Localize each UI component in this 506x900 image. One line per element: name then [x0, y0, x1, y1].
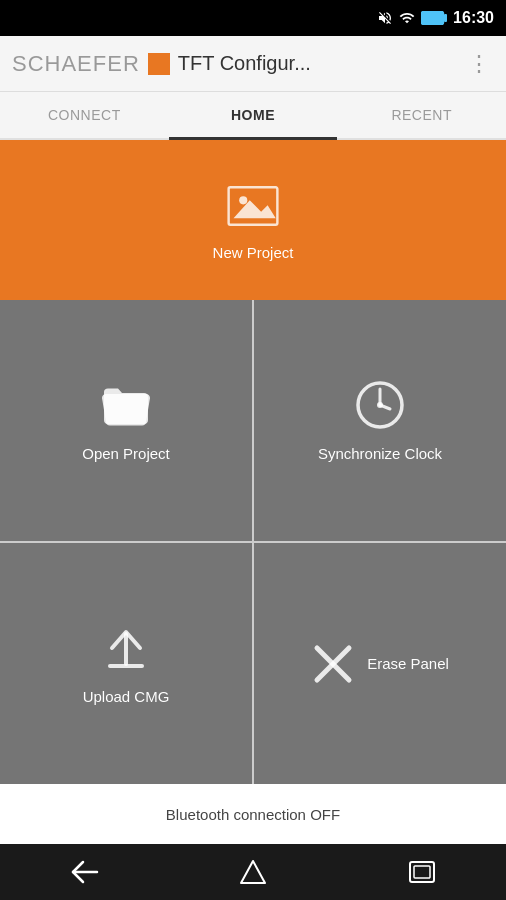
main-content: New Project Open Project	[0, 140, 506, 844]
svg-rect-16	[414, 866, 430, 878]
erase-panel-button[interactable]: Erase Panel	[254, 543, 506, 784]
signal-icon	[399, 10, 415, 26]
svg-rect-1	[444, 14, 447, 22]
brand-name: SCHAEFER	[12, 51, 140, 77]
svg-marker-4	[234, 200, 276, 218]
x-icon	[311, 642, 355, 686]
synchronize-clock-label: Synchronize Clock	[318, 445, 442, 462]
folder-icon	[100, 379, 152, 431]
recents-button[interactable]	[392, 852, 452, 892]
new-project-label: New Project	[213, 244, 294, 261]
app-header: SCHAEFER TFT Configur... ⋮	[0, 36, 506, 92]
status-time: 16:30	[453, 9, 494, 27]
upload-cmg-button[interactable]: Upload CMG	[0, 543, 252, 784]
synchronize-clock-button[interactable]: Synchronize Clock	[254, 300, 506, 541]
open-project-button[interactable]: Open Project	[0, 300, 252, 541]
bluetooth-status: Bluetooth connection OFF	[0, 784, 506, 844]
status-bar: 16:30	[0, 0, 506, 36]
svg-rect-0	[422, 12, 444, 25]
tab-bar: CONNECT HOME RECENT	[0, 92, 506, 140]
upload-cmg-label: Upload CMG	[83, 688, 170, 705]
erase-panel-label: Erase Panel	[367, 655, 449, 672]
tab-home[interactable]: HOME	[169, 92, 338, 138]
app-title: TFT Configur...	[178, 52, 464, 75]
clock-icon	[354, 379, 406, 431]
home-button[interactable]	[223, 852, 283, 892]
mute-icon	[377, 10, 393, 26]
menu-icon[interactable]: ⋮	[464, 47, 494, 81]
tab-connect[interactable]: CONNECT	[0, 92, 169, 138]
back-button[interactable]	[54, 852, 114, 892]
upload-icon	[100, 622, 152, 674]
svg-point-3	[239, 196, 247, 204]
navigation-bar	[0, 844, 506, 900]
svg-marker-14	[241, 861, 265, 883]
new-project-icon	[227, 180, 279, 232]
tab-recent[interactable]: RECENT	[337, 92, 506, 138]
battery-icon	[421, 11, 447, 25]
open-project-label: Open Project	[82, 445, 170, 462]
brand-square	[148, 53, 170, 75]
action-grid: Open Project Synchronize Clock	[0, 300, 506, 784]
new-project-button[interactable]: New Project	[0, 140, 506, 300]
svg-point-8	[377, 402, 383, 408]
